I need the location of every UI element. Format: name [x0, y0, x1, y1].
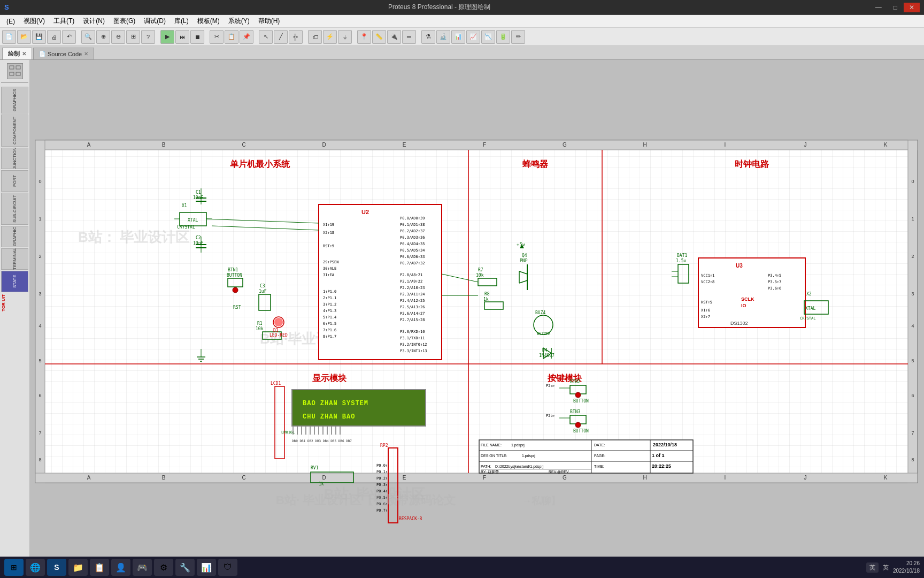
taskbar-settings[interactable]: ⚙	[154, 559, 173, 576]
taskbar-explorer[interactable]: 📁	[68, 559, 88, 576]
taskbar-clipboard[interactable]: 📋	[90, 559, 109, 576]
menu-tools[interactable]: 工具(T)	[49, 16, 79, 27]
tb-zoom-fit[interactable]: ⊞	[126, 30, 140, 44]
menu-design[interactable]: 设计(N)	[79, 16, 109, 27]
tb-sim6[interactable]: 🔋	[496, 30, 510, 44]
taskbar-shield[interactable]: 🛡	[218, 559, 237, 576]
tb-run[interactable]: ▶	[160, 30, 174, 44]
tab-schematic[interactable]: 绘制 ✕	[2, 48, 32, 59]
sidebar-state[interactable]: STATE	[1, 271, 28, 292]
svg-text:BAO ZHAN SYSTEM: BAO ZHAN SYSTEM	[303, 400, 368, 407]
svg-text:P0.3/AD3↑36: P0.3/AD3↑36	[400, 235, 425, 240]
menu-edit[interactable]: (E)	[2, 17, 19, 26]
svg-text:P3.2/INT0↑12: P3.2/INT0↑12	[400, 343, 427, 347]
tb-copy[interactable]: 📋	[225, 30, 238, 44]
menu-lib[interactable]: 库(L)	[170, 16, 193, 27]
tb-find[interactable]: 🔍	[81, 30, 95, 44]
svg-text:C1: C1	[196, 190, 201, 195]
tb-sim4[interactable]: 📈	[466, 30, 480, 44]
taskbar-user[interactable]: 👤	[111, 559, 130, 576]
sidebar-component[interactable]: COMPONENT	[1, 115, 28, 147]
svg-text:P2.6/A14↑27: P2.6/A14↑27	[400, 311, 425, 316]
taskbar-tool[interactable]: 🔧	[175, 559, 195, 576]
menu-template[interactable]: 模板(M)	[193, 16, 224, 27]
taskbar-browser[interactable]: 🌐	[26, 559, 45, 576]
svg-point-92	[274, 318, 283, 326]
sidebar-terminal[interactable]: TERMINAL	[1, 248, 28, 270]
tb-sim1[interactable]: ⚗	[421, 30, 435, 44]
tb-sim2[interactable]: 🔬	[436, 30, 450, 44]
sidebar-thumbnail[interactable]	[7, 63, 23, 79]
taskbar-chart[interactable]: 📊	[197, 559, 216, 576]
tab-schematic-close[interactable]: ✕	[22, 51, 26, 57]
tb-power[interactable]: ⚡	[323, 30, 337, 44]
minimize-btn[interactable]: —	[870, 3, 887, 12]
svg-point-83	[233, 287, 238, 293]
svg-text:5: 5	[38, 358, 41, 363]
svg-text:P3.0/RXD↑10: P3.0/RXD↑10	[400, 330, 425, 334]
svg-text:PAGE:: PAGE:	[594, 454, 605, 458]
svg-text:29↑PSEN: 29↑PSEN	[323, 260, 339, 264]
menu-system[interactable]: 系统(Y)	[224, 16, 254, 27]
canvas-area[interactable]: A B C D E F G H I J K 0 1 2 3 4 5 6 7 8 …	[30, 60, 924, 563]
sidebar-graphics[interactable]: GRAPHICS	[1, 87, 28, 113]
tb-sim5[interactable]: 📉	[481, 30, 495, 44]
tb-print[interactable]: 🖨	[47, 30, 61, 44]
tab-sourcecode-close[interactable]: ✕	[84, 51, 88, 57]
tb-new[interactable]: 📄	[2, 30, 16, 44]
close-btn[interactable]: ✕	[904, 3, 920, 12]
tab-sourcecode[interactable]: 📄 Source Code ✕	[33, 48, 94, 59]
tb-wire[interactable]: ╱	[274, 30, 288, 44]
menu-view[interactable]: 视图(V)	[19, 16, 49, 27]
tb-sim3[interactable]: 📊	[451, 30, 465, 44]
svg-text:FILE NAME:: FILE NAME:	[481, 443, 502, 447]
sidebar-junction[interactable]: JUNCTION	[1, 148, 28, 169]
tb-gnd[interactable]: ⏚	[338, 30, 352, 44]
menu-graph[interactable]: 图表(G)	[109, 16, 140, 27]
taskbar-lang2[interactable]: 英	[883, 564, 889, 572]
tb-undo[interactable]: ↶	[62, 30, 76, 44]
tb-net[interactable]: ╬	[289, 30, 303, 44]
menu-debug[interactable]: 调试(D)	[140, 16, 170, 27]
tb-cut[interactable]: ✂	[210, 30, 224, 44]
tb-step[interactable]: ⏭	[175, 30, 189, 44]
sidebar-graphic2[interactable]: GRAPHIC	[1, 226, 28, 247]
svg-text:P2b↑: P2b↑	[546, 414, 555, 418]
sidebar-port[interactable]: PORT	[1, 170, 28, 192]
svg-text:2: 2	[911, 254, 914, 259]
taskbar-start[interactable]: ⊞	[4, 559, 24, 576]
taskbar-s-app[interactable]: S	[47, 559, 66, 576]
svg-text:P3.3/INT1↑13: P3.3/INT1↑13	[400, 349, 427, 353]
tb-edit[interactable]: ✏	[511, 30, 525, 44]
svg-text:C2: C2	[196, 235, 201, 240]
svg-text:CHU ZHAN BAO: CHU ZHAN BAO	[303, 413, 355, 421]
tb-bus[interactable]: ═	[402, 30, 416, 44]
tb-probe[interactable]: 📍	[357, 30, 371, 44]
tb-zoom-in[interactable]: ⊕	[96, 30, 110, 44]
taskbar-game[interactable]: 🎮	[133, 559, 152, 576]
svg-text:X2↑18: X2↑18	[323, 231, 334, 235]
tb-zoom-out[interactable]: ⊖	[111, 30, 125, 44]
svg-text:P0.1/AD1↑38: P0.1/AD1↑38	[400, 223, 425, 227]
svg-text:J: J	[804, 475, 807, 481]
tb-select[interactable]: ↖	[259, 30, 273, 44]
svg-text:F: F	[483, 475, 486, 481]
tb-open[interactable]: 📂	[17, 30, 31, 44]
tb-stop[interactable]: ⏹	[190, 30, 204, 44]
tb-save[interactable]: 💾	[32, 30, 46, 44]
tb-tag[interactable]: 🏷	[308, 30, 322, 44]
tb-measure[interactable]: 📏	[372, 30, 386, 44]
sidebar-sub[interactable]: SUB-CIRCUIT	[1, 193, 28, 225]
svg-text:X1: X1	[182, 203, 187, 208]
svg-text:P0.2↑: P0.2↑	[376, 476, 388, 481]
tb-comp[interactable]: 🔌	[387, 30, 401, 44]
taskbar-lang[interactable]: 英	[866, 562, 879, 573]
svg-text:C: C	[242, 142, 245, 148]
tb-help[interactable]: ?	[141, 30, 155, 44]
menu-help[interactable]: 帮助(H)	[254, 16, 284, 27]
svg-text:1uF: 1uF	[259, 289, 267, 294]
svg-text:B: B	[162, 475, 166, 481]
svg-text:X1↑19: X1↑19	[323, 223, 334, 227]
maximize-btn[interactable]: □	[888, 3, 903, 12]
tb-paste[interactable]: 📌	[240, 30, 253, 44]
